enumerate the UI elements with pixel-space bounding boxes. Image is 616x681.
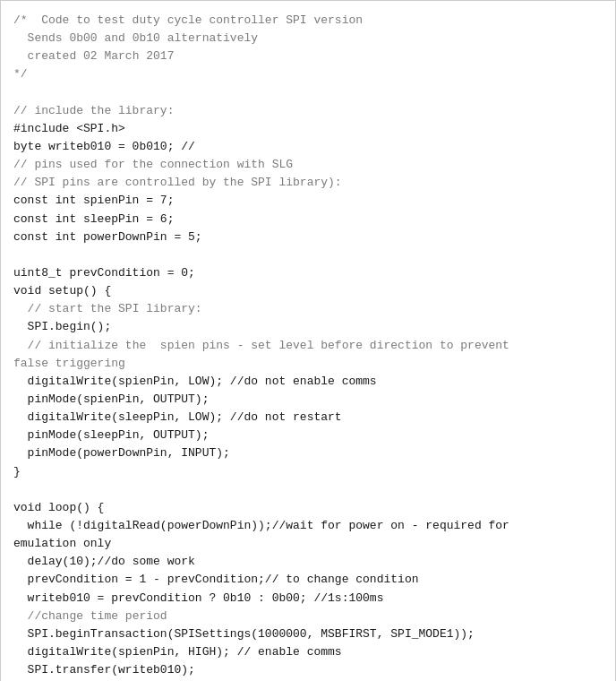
- line-spi-begin: SPI.begin();: [13, 320, 111, 333]
- code-content: /* Code to test duty cycle controller SP…: [13, 12, 603, 681]
- line-spienpin: const int spienPin = 7;: [13, 194, 174, 207]
- line-while: while (!digitalRead(powerDownPin));//wai…: [13, 519, 509, 550]
- line-comment-include: // include the library:: [13, 104, 174, 117]
- line-sleeppin: const int sleepPin = 6;: [13, 212, 174, 226]
- line-comment-pins: // pins used for the connection with SLG…: [13, 158, 342, 189]
- code-editor: /* Code to test duty cycle controller SP…: [0, 0, 616, 681]
- line-spi-begin-transaction: SPI.beginTransaction(SPISettings(1000000…: [13, 627, 475, 641]
- line-pm-spien: pinMode(spienPin, OUTPUT);: [13, 392, 209, 406]
- line-dw-spien-high: digitalWrite(spienPin, HIGH); // enable …: [13, 645, 342, 659]
- line-prevcondition-assign: prevCondition = 1 - prevCondition;// to …: [13, 573, 418, 586]
- line-loop-open: void loop() {: [13, 501, 104, 514]
- line-spi-transfer: SPI.transfer(writeb010);: [13, 663, 195, 677]
- line-powerdownpin: const int powerDownPin = 5;: [13, 230, 202, 244]
- line-prevcondition: uint8_t prevCondition = 0;: [13, 266, 195, 280]
- line-setup-open: void setup() {: [13, 284, 111, 297]
- line-comment-changetime: //change time period: [13, 609, 167, 623]
- line-comment-init: // initialize the spien pins - set level…: [13, 339, 509, 370]
- line-dw-sleep-low: digitalWrite(sleepPin, LOW); //do not re…: [13, 410, 342, 424]
- line-dw-spien-low: digitalWrite(spienPin, LOW); //do not en…: [13, 375, 377, 388]
- line-writeb-assign: writeb010 = prevCondition ? 0b10 : 0b00;…: [13, 591, 383, 605]
- line-1: /* Code to test duty cycle controller SP…: [13, 13, 363, 81]
- line-include: #include <SPI.h>: [13, 122, 125, 135]
- line-delay: delay(10);//do some work: [13, 555, 195, 568]
- line-pm-powerdown: pinMode(powerDownPin, INPUT);: [13, 446, 230, 460]
- line-pm-sleep: pinMode(sleepPin, OUTPUT);: [13, 428, 209, 442]
- line-setup-close: }: [13, 465, 21, 478]
- line-comment-start-spi: // start the SPI library:: [13, 302, 202, 315]
- line-byte: byte writeb010 = 0b010; //: [13, 140, 195, 153]
